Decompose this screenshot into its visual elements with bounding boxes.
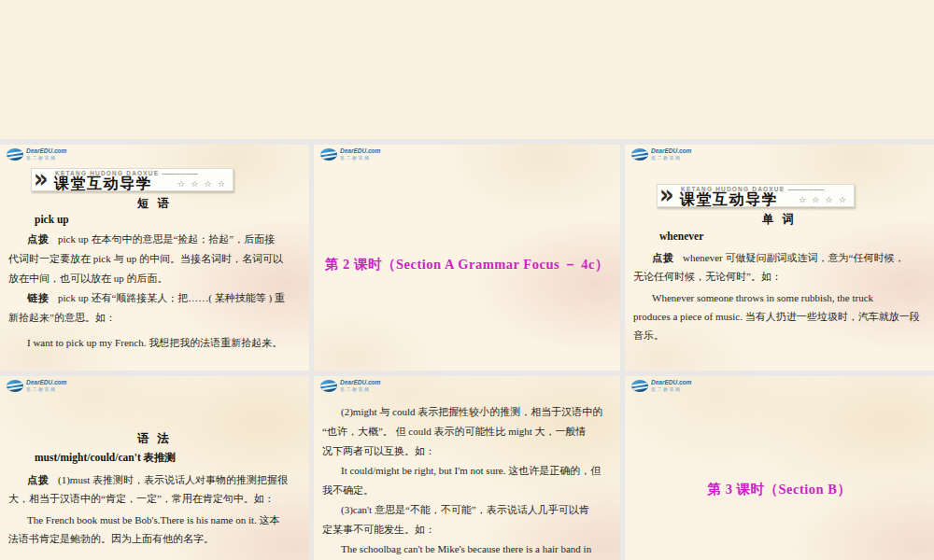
logo-name: DearEDU.com [651, 380, 691, 386]
body-line: 链接pick up 还有“顺路接某人；把……( 某种技能等 ) 重 [8, 288, 305, 308]
slide-lesson2-title: DearEDU.com 第二教育网 第 2 课时（Section A Gramm… [314, 145, 620, 371]
logo-name: DearEDU.com [340, 148, 380, 155]
logo-subtext: 第二教育网 [340, 387, 380, 392]
lesson-title: 第 2 课时（Section A Grammar Focus － 4c） [314, 256, 620, 273]
body-line: 点拨pick up 在本句中的意思是“捡起；拾起”，后面接 [8, 230, 305, 249]
banner-title: 课堂互动导学 [54, 175, 152, 194]
dash-rule: ------------------ [162, 170, 198, 176]
lesson-title: 第 3 课时（Section B） [625, 481, 934, 498]
globe-icon [631, 148, 648, 161]
dearedu-logo: DearEDU.com 第二教育网 [7, 148, 66, 161]
line-text: (1)must 表推测时，表示说话人对事物的推测把握很 [58, 474, 288, 485]
line-text: whenever 可做疑问副词或连词，意为“任何时候， [683, 252, 904, 263]
slide-words-whenever: DearEDU.com 第二教育网 » KETANG HUDONG DAOXUE… [625, 145, 934, 371]
globe-icon [320, 380, 337, 392]
lesson-banner: » KETANG HUDONG DAOXUE -----------------… [31, 168, 234, 191]
slide-grammar-modals-continued: DearEDU.com 第二教育网 (2)might 与 could 表示把握性… [314, 376, 620, 560]
double-chevron-icon: » [34, 163, 49, 193]
body-line: 代词时一定要放在 pick 与 up 的中间。当接名词时，名词可以 [8, 249, 305, 269]
body-line: 点拨whenever 可做疑问副词或连词，意为“任何时候， [633, 248, 930, 267]
dearedu-logo: DearEDU.com 第二教育网 [320, 380, 380, 392]
body-line: I want to pick up my French. 我想把我的法语重新拾起… [8, 333, 305, 353]
top-partial-slide [0, 0, 934, 139]
section-title: 语 法 [0, 431, 309, 447]
logo-name: DearEDU.com [26, 148, 66, 155]
section-title: 单 词 [625, 212, 934, 228]
slide-phrases-pickup: DearEDU.com 第二教育网 » KETANG HUDONG DAOXUE… [0, 145, 309, 371]
line-text: pick up 还有“顺路接某人；把……( 某种技能等 ) 重 [58, 292, 285, 303]
body-line: 新拾起来”的意思。如： [8, 308, 305, 328]
globe-icon [7, 148, 23, 161]
banner-title: 课堂互动导学 [680, 190, 778, 210]
body-line: 我不确定。 [322, 481, 616, 500]
body-line: The schoolbag can't be Mike's because th… [322, 539, 616, 559]
dearedu-logo: DearEDU.com 第二教育网 [7, 380, 66, 392]
logo-name: DearEDU.com [340, 380, 380, 386]
logo-subtext: 第二教育网 [26, 156, 66, 161]
slide-grammar-modals: DearEDU.com 第二教育网 语 法 must/might/could/c… [0, 376, 309, 560]
star-rating-icons: ☆ ☆ ☆ ☆ [799, 195, 848, 204]
term-heading: whenever [659, 231, 703, 242]
body-line: 音乐。 [633, 326, 930, 344]
dash-rule: ------------------ [787, 186, 824, 192]
line-text: pick up 在本句中的意思是“捡起；拾起”，后面接 [58, 233, 275, 245]
lead-label: 点拨 [27, 474, 50, 485]
body-line: (3)can't 意思是“不能，不可能”，表示说话人几乎可以肯 [322, 500, 616, 520]
body-line: 点拨(1)must 表推测时，表示说话人对事物的推测把握很 [8, 470, 305, 489]
star-rating-icons: ☆ ☆ ☆ ☆ [177, 179, 227, 189]
logo-subtext: 第二教育网 [651, 156, 691, 161]
slide-lesson3-title: DearEDU.com 第二教育网 第 3 课时（Section B） [625, 376, 934, 560]
body-line: 定某事不可能发生。如： [322, 520, 616, 539]
term-heading: pick up [35, 214, 69, 225]
body-line: Whenever someone throws in some rubbish,… [633, 288, 930, 307]
lead-label: 点拨 [27, 233, 50, 245]
body-line: 放在中间，也可以放在 up 的后面。 [8, 269, 305, 288]
dearedu-logo: DearEDU.com 第二教育网 [631, 148, 691, 161]
body-line: 法语书肯定是鲍勃的。因为上面有他的名字。 [8, 529, 305, 548]
body-line: 况下两者可以互换。如： [322, 441, 616, 461]
double-chevron-icon: » [659, 179, 674, 209]
logo-subtext: 第二教育网 [340, 156, 380, 161]
logo-subtext: 第二教育网 [651, 387, 691, 392]
globe-icon [320, 148, 337, 161]
lead-label: 点拨 [652, 252, 674, 263]
logo-subtext: 第二教育网 [26, 387, 66, 392]
body-line: The French book must be Bob's.There is h… [8, 511, 305, 529]
body-line: (2)might 与 could 表示把握性较小的推测，相当于汉语中的 [322, 402, 616, 422]
slide-preview-page: DearEDU.com 第二教育网 » KETANG HUDONG DAOXUE… [0, 0, 934, 560]
section-title: 短 语 [0, 196, 309, 212]
globe-icon [7, 380, 23, 392]
globe-icon [631, 380, 648, 392]
body-line: “也许，大概”。 但 could 表示的可能性比 might 大，一般情 [322, 422, 616, 441]
dearedu-logo: DearEDU.com 第二教育网 [631, 380, 691, 392]
body-line: produces a piece of music. 当有人扔进一些垃圾时，汽车… [633, 307, 930, 326]
term-heading: must/might/could/can't 表推测 [35, 451, 176, 465]
logo-name: DearEDU.com [26, 380, 66, 386]
logo-name: DearEDU.com [651, 148, 691, 155]
lead-label: 链接 [27, 292, 50, 303]
body-line: 大，相当于汉语中的“肯定，一定”，常用在肯定句中。如： [8, 489, 305, 508]
lesson-banner: » KETANG HUDONG DAOXUE -----------------… [657, 184, 855, 207]
dearedu-logo: DearEDU.com 第二教育网 [320, 148, 380, 161]
body-line: 无论任何时候，无论何时”。如： [633, 267, 930, 286]
body-line: It could/might be right, but I'm not sur… [322, 461, 616, 481]
